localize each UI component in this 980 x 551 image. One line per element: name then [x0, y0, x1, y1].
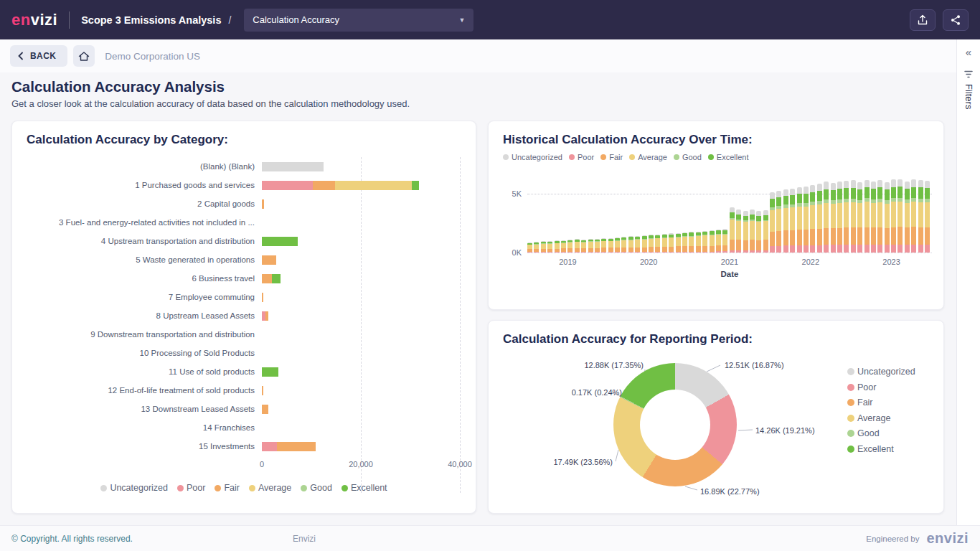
- legend-item[interactable]: Average: [847, 413, 915, 423]
- time-bar[interactable]: [770, 192, 775, 253]
- legend-item[interactable]: Excellent: [708, 153, 749, 161]
- time-bar[interactable]: [804, 187, 809, 253]
- share-button[interactable]: [943, 9, 969, 31]
- time-bar[interactable]: [891, 179, 896, 253]
- bar-segment[interactable]: [262, 367, 278, 377]
- filter-icon[interactable]: [964, 70, 973, 78]
- time-bar[interactable]: [837, 182, 842, 253]
- time-bar[interactable]: [676, 233, 681, 253]
- legend-item[interactable]: Uncategorized: [503, 153, 562, 161]
- time-bar[interactable]: [595, 239, 600, 253]
- legend-item[interactable]: Good: [847, 428, 915, 438]
- collapse-panel-icon[interactable]: «: [966, 47, 971, 57]
- bar-segment[interactable]: [262, 255, 276, 265]
- legend-item[interactable]: Fair: [600, 153, 623, 161]
- time-bar[interactable]: [655, 235, 660, 253]
- time-bar[interactable]: [642, 235, 647, 253]
- back-button[interactable]: BACK: [10, 45, 67, 67]
- bar-segment[interactable]: [277, 442, 316, 451]
- legend-item[interactable]: Poor: [177, 483, 205, 493]
- time-bar[interactable]: [885, 182, 890, 253]
- bar-segment[interactable]: [412, 181, 419, 190]
- time-bar[interactable]: [831, 183, 836, 253]
- time-bar[interactable]: [844, 181, 849, 253]
- bar-segment[interactable]: [262, 199, 264, 209]
- time-bar[interactable]: [716, 230, 721, 253]
- time-bar[interactable]: [925, 181, 930, 253]
- time-bar[interactable]: [911, 179, 916, 253]
- home-button[interactable]: [73, 45, 95, 67]
- time-bar[interactable]: [662, 234, 667, 253]
- time-bar[interactable]: [601, 238, 606, 253]
- time-bar[interactable]: [790, 189, 795, 253]
- time-bar[interactable]: [588, 239, 593, 253]
- time-bar[interactable]: [877, 180, 882, 253]
- time-bar[interactable]: [810, 185, 815, 253]
- time-bar[interactable]: [776, 191, 781, 253]
- legend-item[interactable]: Excellent: [847, 444, 915, 454]
- time-bar[interactable]: [615, 237, 620, 253]
- time-bar[interactable]: [851, 180, 856, 253]
- bar-segment[interactable]: [262, 162, 324, 171]
- time-bar[interactable]: [555, 240, 560, 253]
- legend-item[interactable]: Excellent: [341, 483, 387, 493]
- bar-segment[interactable]: [262, 181, 313, 190]
- time-bar[interactable]: [561, 240, 566, 253]
- time-bar[interactable]: [905, 182, 910, 253]
- time-bar[interactable]: [682, 232, 687, 253]
- time-bar[interactable]: [756, 211, 761, 253]
- time-bar[interactable]: [575, 239, 580, 253]
- time-bar[interactable]: [541, 241, 546, 253]
- legend-item[interactable]: Fair: [847, 397, 915, 408]
- time-bar[interactable]: [824, 182, 829, 253]
- bar-segment[interactable]: [262, 442, 277, 451]
- bar-segment[interactable]: [272, 274, 281, 283]
- breadcrumb-company[interactable]: Demo Corporation US: [105, 51, 200, 62]
- legend-item[interactable]: Poor: [847, 382, 915, 392]
- time-bar[interactable]: [608, 238, 613, 253]
- legend-item[interactable]: Good: [301, 483, 332, 493]
- time-bar[interactable]: [918, 180, 923, 253]
- report-selector-dropdown[interactable]: Calculation Accuracy ▼: [244, 9, 473, 32]
- bar-segment[interactable]: [262, 405, 268, 414]
- bar-segment[interactable]: [335, 181, 412, 190]
- legend-item[interactable]: Uncategorized: [847, 367, 915, 377]
- bar-segment[interactable]: [262, 386, 263, 395]
- time-bar[interactable]: [527, 242, 532, 253]
- time-bar[interactable]: [864, 180, 870, 253]
- time-bar[interactable]: [534, 242, 539, 253]
- time-bar[interactable]: [689, 232, 694, 253]
- bar-segment[interactable]: [313, 181, 335, 190]
- time-bar[interactable]: [547, 241, 552, 253]
- filters-panel-label[interactable]: Filters: [963, 84, 974, 109]
- time-bar[interactable]: [763, 210, 768, 253]
- time-bar[interactable]: [817, 184, 822, 253]
- time-bar[interactable]: [696, 232, 701, 253]
- time-bar[interactable]: [750, 209, 755, 253]
- time-bar[interactable]: [669, 233, 674, 253]
- legend-item[interactable]: Poor: [569, 153, 594, 161]
- bar-segment[interactable]: [262, 237, 298, 246]
- time-bar[interactable]: [621, 237, 626, 253]
- bar-segment[interactable]: [262, 293, 263, 302]
- time-bar[interactable]: [797, 187, 802, 253]
- export-button[interactable]: [910, 9, 936, 31]
- legend-item[interactable]: Good: [674, 153, 702, 161]
- time-bar[interactable]: [567, 240, 573, 253]
- time-bar[interactable]: [730, 207, 735, 253]
- time-bar[interactable]: [783, 189, 788, 253]
- time-bar[interactable]: [857, 182, 862, 253]
- time-bar[interactable]: [635, 236, 640, 253]
- time-bar[interactable]: [649, 235, 654, 253]
- time-bar[interactable]: [743, 211, 748, 253]
- legend-item[interactable]: Average: [629, 153, 667, 161]
- time-bar[interactable]: [897, 179, 903, 253]
- time-bar[interactable]: [628, 236, 633, 253]
- report-breadcrumb[interactable]: Scope 3 Emissions Analysis: [81, 14, 221, 26]
- bar-segment[interactable]: [265, 311, 268, 321]
- time-bar[interactable]: [702, 231, 707, 253]
- legend-item[interactable]: Uncategorized: [100, 483, 168, 493]
- legend-item[interactable]: Average: [249, 483, 291, 493]
- time-bar[interactable]: [736, 209, 741, 253]
- time-bar[interactable]: [722, 229, 727, 253]
